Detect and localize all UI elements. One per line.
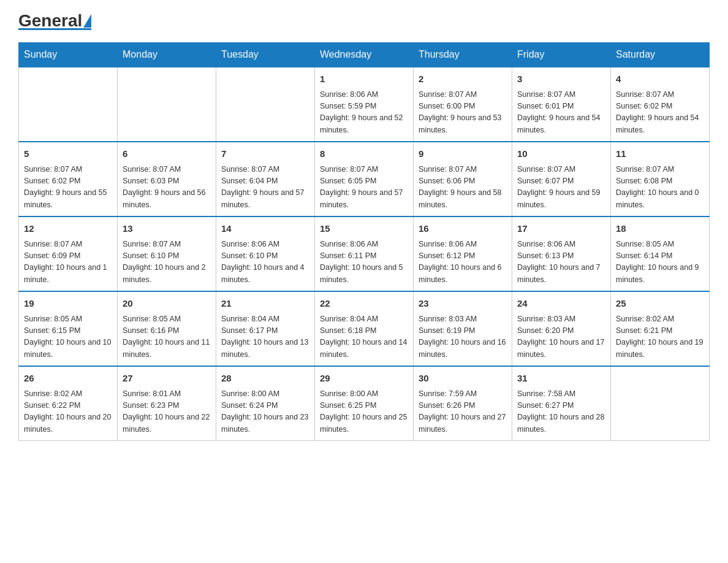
day-info: Sunrise: 8:06 AMSunset: 6:12 PMDaylight:… [419, 239, 507, 286]
day-number: 4 [616, 72, 704, 86]
day-number: 20 [123, 297, 211, 311]
calendar-header-row: SundayMondayTuesdayWednesdayThursdayFrid… [19, 43, 710, 67]
day-number: 14 [221, 222, 309, 236]
calendar-cell [611, 366, 710, 441]
day-info: Sunrise: 7:59 AMSunset: 6:26 PMDaylight:… [419, 388, 507, 436]
day-number: 31 [517, 372, 605, 386]
day-info: Sunrise: 8:07 AMSunset: 6:02 PMDaylight:… [616, 89, 704, 137]
day-info: Sunrise: 8:06 AMSunset: 6:11 PMDaylight:… [320, 239, 408, 286]
calendar-cell: 15Sunrise: 8:06 AMSunset: 6:11 PMDayligh… [315, 216, 414, 291]
calendar-cell [216, 67, 315, 142]
day-number: 12 [24, 222, 112, 236]
day-number: 21 [221, 297, 309, 311]
day-info: Sunrise: 8:07 AMSunset: 6:05 PMDaylight:… [320, 164, 408, 212]
calendar-cell: 12Sunrise: 8:07 AMSunset: 6:09 PMDayligh… [19, 216, 118, 291]
calendar-cell: 8Sunrise: 8:07 AMSunset: 6:05 PMDaylight… [315, 142, 414, 216]
calendar-cell: 16Sunrise: 8:06 AMSunset: 6:12 PMDayligh… [414, 216, 512, 291]
day-info: Sunrise: 8:06 AMSunset: 5:59 PMDaylight:… [320, 89, 408, 137]
day-info: Sunrise: 8:03 AMSunset: 6:19 PMDaylight:… [419, 313, 507, 361]
day-number: 23 [419, 297, 507, 311]
day-number: 8 [320, 147, 408, 161]
day-number: 19 [24, 297, 112, 311]
day-info: Sunrise: 8:07 AMSunset: 6:09 PMDaylight:… [24, 239, 112, 286]
day-info: Sunrise: 8:07 AMSunset: 6:00 PMDaylight:… [419, 89, 507, 137]
day-number: 28 [221, 372, 309, 386]
day-info: Sunrise: 8:03 AMSunset: 6:20 PMDaylight:… [517, 313, 605, 361]
day-info: Sunrise: 8:02 AMSunset: 6:22 PMDaylight:… [24, 388, 112, 436]
day-number: 25 [616, 297, 704, 311]
calendar-cell: 14Sunrise: 8:06 AMSunset: 6:10 PMDayligh… [216, 216, 315, 291]
logo: General [18, 12, 91, 30]
day-info: Sunrise: 8:05 AMSunset: 6:15 PMDaylight:… [24, 313, 112, 361]
day-number: 2 [419, 72, 507, 86]
day-number: 11 [616, 147, 704, 161]
calendar-week-2: 5Sunrise: 8:07 AMSunset: 6:02 PMDaylight… [19, 142, 710, 216]
calendar-cell: 23Sunrise: 8:03 AMSunset: 6:19 PMDayligh… [414, 291, 512, 366]
day-number: 3 [517, 72, 605, 86]
calendar-cell: 1Sunrise: 8:06 AMSunset: 5:59 PMDaylight… [315, 67, 414, 142]
day-number: 24 [517, 297, 605, 311]
calendar-cell: 9Sunrise: 8:07 AMSunset: 6:06 PMDaylight… [414, 142, 512, 216]
day-info: Sunrise: 8:05 AMSunset: 6:16 PMDaylight:… [123, 313, 211, 361]
calendar-cell: 18Sunrise: 8:05 AMSunset: 6:14 PMDayligh… [611, 216, 710, 291]
day-info: Sunrise: 8:07 AMSunset: 6:07 PMDaylight:… [517, 164, 605, 212]
calendar-cell: 17Sunrise: 8:06 AMSunset: 6:13 PMDayligh… [512, 216, 611, 291]
day-info: Sunrise: 8:06 AMSunset: 6:10 PMDaylight:… [221, 239, 309, 286]
calendar-cell: 27Sunrise: 8:01 AMSunset: 6:23 PMDayligh… [118, 366, 216, 441]
day-info: Sunrise: 8:04 AMSunset: 6:17 PMDaylight:… [221, 313, 309, 361]
calendar-cell: 20Sunrise: 8:05 AMSunset: 6:16 PMDayligh… [118, 291, 216, 366]
calendar-cell [19, 67, 118, 142]
logo-general-2: General [18, 12, 82, 29]
day-info: Sunrise: 8:07 AMSunset: 6:06 PMDaylight:… [419, 164, 507, 212]
day-info: Sunrise: 8:06 AMSunset: 6:13 PMDaylight:… [517, 239, 605, 286]
calendar-week-5: 26Sunrise: 8:02 AMSunset: 6:22 PMDayligh… [19, 366, 710, 441]
calendar-cell: 11Sunrise: 8:07 AMSunset: 6:08 PMDayligh… [611, 142, 710, 216]
calendar-cell: 25Sunrise: 8:02 AMSunset: 6:21 PMDayligh… [611, 291, 710, 366]
day-info: Sunrise: 8:07 AMSunset: 6:10 PMDaylight:… [123, 239, 211, 286]
calendar-cell: 4Sunrise: 8:07 AMSunset: 6:02 PMDaylight… [611, 67, 710, 142]
calendar-cell: 6Sunrise: 8:07 AMSunset: 6:03 PMDaylight… [118, 142, 216, 216]
day-number: 1 [320, 72, 408, 86]
logo-arrow-icon [83, 14, 91, 28]
day-number: 30 [419, 372, 507, 386]
calendar-cell: 24Sunrise: 8:03 AMSunset: 6:20 PMDayligh… [512, 291, 611, 366]
day-number: 22 [320, 297, 408, 311]
calendar-cell: 29Sunrise: 8:00 AMSunset: 6:25 PMDayligh… [315, 366, 414, 441]
column-header-thursday: Thursday [414, 43, 512, 67]
day-info: Sunrise: 8:01 AMSunset: 6:23 PMDaylight:… [123, 388, 211, 436]
day-info: Sunrise: 8:02 AMSunset: 6:21 PMDaylight:… [616, 313, 704, 361]
calendar-cell: 21Sunrise: 8:04 AMSunset: 6:17 PMDayligh… [216, 291, 315, 366]
day-number: 9 [419, 147, 507, 161]
calendar-cell: 7Sunrise: 8:07 AMSunset: 6:04 PMDaylight… [216, 142, 315, 216]
day-info: Sunrise: 8:00 AMSunset: 6:24 PMDaylight:… [221, 388, 309, 436]
calendar-cell: 31Sunrise: 7:58 AMSunset: 6:27 PMDayligh… [512, 366, 611, 441]
day-number: 27 [123, 372, 211, 386]
day-number: 13 [123, 222, 211, 236]
day-number: 18 [616, 222, 704, 236]
page-header: General [18, 12, 710, 30]
day-number: 7 [221, 147, 309, 161]
column-header-friday: Friday [512, 43, 611, 67]
day-number: 26 [24, 372, 112, 386]
day-info: Sunrise: 8:05 AMSunset: 6:14 PMDaylight:… [616, 239, 704, 286]
calendar-cell: 5Sunrise: 8:07 AMSunset: 6:02 PMDaylight… [19, 142, 118, 216]
day-info: Sunrise: 8:00 AMSunset: 6:25 PMDaylight:… [320, 388, 408, 436]
calendar-cell: 13Sunrise: 8:07 AMSunset: 6:10 PMDayligh… [118, 216, 216, 291]
column-header-sunday: Sunday [19, 43, 118, 67]
calendar-cell: 3Sunrise: 8:07 AMSunset: 6:01 PMDaylight… [512, 67, 611, 142]
calendar-table: SundayMondayTuesdayWednesdayThursdayFrid… [18, 42, 710, 441]
column-header-tuesday: Tuesday [216, 43, 315, 67]
day-info: Sunrise: 8:07 AMSunset: 6:03 PMDaylight:… [123, 164, 211, 212]
calendar-week-4: 19Sunrise: 8:05 AMSunset: 6:15 PMDayligh… [19, 291, 710, 366]
day-info: Sunrise: 7:58 AMSunset: 6:27 PMDaylight:… [517, 388, 605, 436]
calendar-cell [118, 67, 216, 142]
calendar-cell: 10Sunrise: 8:07 AMSunset: 6:07 PMDayligh… [512, 142, 611, 216]
day-number: 6 [123, 147, 211, 161]
calendar-cell: 19Sunrise: 8:05 AMSunset: 6:15 PMDayligh… [19, 291, 118, 366]
calendar-cell: 22Sunrise: 8:04 AMSunset: 6:18 PMDayligh… [315, 291, 414, 366]
calendar-week-3: 12Sunrise: 8:07 AMSunset: 6:09 PMDayligh… [19, 216, 710, 291]
column-header-monday: Monday [118, 43, 216, 67]
day-number: 15 [320, 222, 408, 236]
column-header-saturday: Saturday [611, 43, 710, 67]
calendar-cell: 26Sunrise: 8:02 AMSunset: 6:22 PMDayligh… [19, 366, 118, 441]
